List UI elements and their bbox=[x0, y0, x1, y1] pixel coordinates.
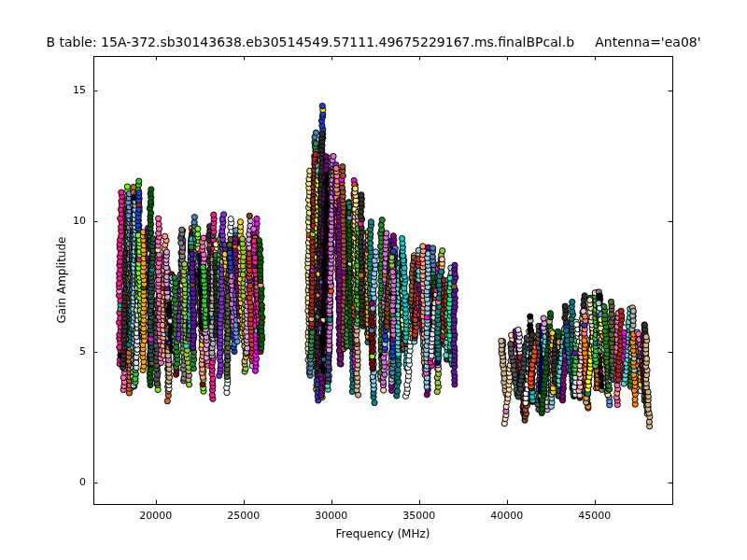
y-axis-label: Gain Amplitude bbox=[55, 237, 68, 324]
x-tick-label: 35000 bbox=[402, 510, 435, 522]
chart-title: B table: 15A-372.sb30143638.eb30514549.5… bbox=[0, 35, 747, 49]
x-tick-label: 30000 bbox=[315, 510, 347, 522]
y-tick-label: 10 bbox=[0, 215, 86, 228]
plot-canvas bbox=[0, 0, 747, 560]
x-tick-label: 40000 bbox=[490, 510, 523, 522]
x-tick-label: 20000 bbox=[139, 510, 172, 522]
y-tick-label: 0 bbox=[0, 476, 86, 489]
y-tick-label: 15 bbox=[0, 84, 86, 97]
x-axis-label: Frequency (MHz) bbox=[336, 527, 430, 540]
y-tick-label: 5 bbox=[0, 345, 86, 358]
x-tick-label: 25000 bbox=[227, 510, 260, 522]
x-tick-label: 45000 bbox=[578, 510, 611, 522]
